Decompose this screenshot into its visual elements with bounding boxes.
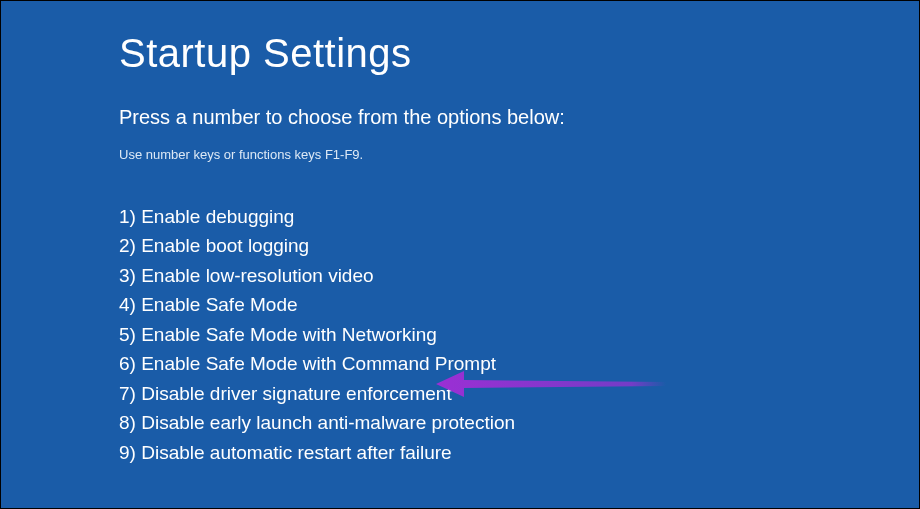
option-number: 5) (119, 324, 136, 345)
option-number: 2) (119, 235, 136, 256)
option-item[interactable]: 6) Enable Safe Mode with Command Prompt (119, 349, 919, 378)
option-label: Disable driver signature enforcement (141, 383, 452, 404)
option-label: Enable Safe Mode with Command Prompt (141, 353, 496, 374)
option-number: 3) (119, 265, 136, 286)
page-title: Startup Settings (119, 31, 919, 76)
option-number: 9) (119, 442, 136, 463)
option-number: 4) (119, 294, 136, 315)
options-list: 1) Enable debugging 2) Enable boot loggi… (119, 202, 919, 467)
option-label: Enable boot logging (141, 235, 309, 256)
option-item[interactable]: 4) Enable Safe Mode (119, 290, 919, 319)
option-label: Enable Safe Mode with Networking (141, 324, 437, 345)
hint-text: Use number keys or functions keys F1-F9. (119, 147, 919, 162)
option-item[interactable]: 3) Enable low-resolution video (119, 261, 919, 290)
option-label: Enable debugging (141, 206, 294, 227)
option-item[interactable]: 1) Enable debugging (119, 202, 919, 231)
option-item[interactable]: 7) Disable driver signature enforcement (119, 379, 919, 408)
option-item[interactable]: 2) Enable boot logging (119, 231, 919, 260)
option-item[interactable]: 8) Disable early launch anti-malware pro… (119, 408, 919, 437)
option-number: 7) (119, 383, 136, 404)
option-label: Enable low-resolution video (141, 265, 373, 286)
option-item[interactable]: 5) Enable Safe Mode with Networking (119, 320, 919, 349)
option-label: Disable early launch anti-malware protec… (141, 412, 515, 433)
option-number: 1) (119, 206, 136, 227)
option-number: 6) (119, 353, 136, 374)
option-label: Disable automatic restart after failure (141, 442, 451, 463)
subtitle: Press a number to choose from the option… (119, 106, 919, 129)
option-number: 8) (119, 412, 136, 433)
option-label: Enable Safe Mode (141, 294, 297, 315)
option-item[interactable]: 9) Disable automatic restart after failu… (119, 438, 919, 467)
